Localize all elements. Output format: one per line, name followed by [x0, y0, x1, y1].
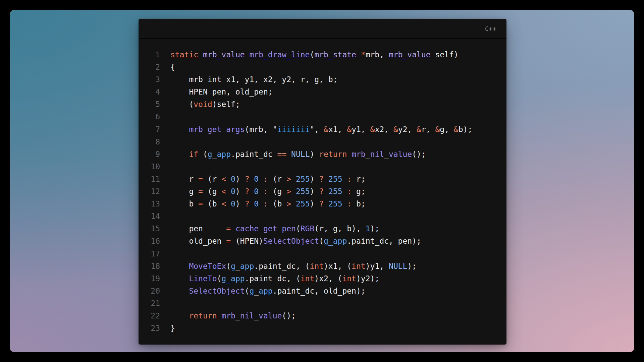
code-token: g_app	[208, 150, 231, 159]
code-token: ?	[319, 175, 324, 183]
code-token	[226, 187, 231, 196]
code-line: 3 mrb_int x1, y1, x2, y2, r, g, b;	[148, 73, 506, 86]
code-token: )	[235, 187, 245, 196]
code-token: g_app	[324, 237, 347, 245]
code-token: static	[170, 50, 198, 59]
code-token: 255	[328, 187, 342, 196]
code-line: 20 SelectObject(g_app.paint_dc, old_pen)…	[148, 285, 506, 297]
code-token: return	[319, 150, 347, 159]
code-token	[259, 175, 263, 183]
code-token: r	[170, 175, 198, 183]
code-line-content: LineTo(g_app.paint_dc, (int)x2, (int)y2)…	[170, 274, 379, 283]
code-token	[170, 262, 189, 270]
code-line: 23}	[148, 322, 506, 335]
code-token: self)	[431, 50, 459, 59]
code-token: )y1,	[366, 262, 389, 270]
code-token	[286, 150, 291, 159]
code-token: (	[310, 50, 314, 59]
code-token	[217, 311, 221, 320]
code-token: ==	[277, 150, 287, 159]
code-token: (	[245, 287, 250, 295]
code-token	[259, 199, 263, 208]
code-token: *	[361, 50, 366, 59]
code-token: .paint_dc, old_pen);	[273, 287, 366, 295]
code-token: ?	[319, 187, 324, 196]
code-token: "	[310, 125, 314, 134]
code-token	[249, 187, 254, 196]
code-token: LineTo	[189, 274, 217, 283]
code-token: mrb_int x1, y1, x2, y2, r, g, b;	[170, 75, 338, 84]
code-token: ,	[314, 125, 324, 134]
code-line-content: static mrb_value mrb_draw_line(mrb_state…	[170, 50, 459, 59]
code-line: 14	[148, 210, 506, 223]
code-token: .paint_dc	[231, 150, 277, 159]
code-token	[342, 175, 347, 183]
code-token: int	[301, 274, 315, 283]
code-line-content: b = (b < 0) ? 0 : (b > 255) ? 255 : b;	[170, 199, 366, 208]
code-token: 255	[328, 175, 342, 183]
code-token: mrb_get_args	[189, 125, 245, 134]
code-window: C++ 1static mrb_value mrb_draw_line(mrb_…	[139, 19, 506, 345]
code-line: 13 b = (b < 0) ? 0 : (b > 255) ? 255 : b…	[148, 198, 506, 210]
code-token: void	[194, 100, 212, 109]
line-number: 22	[148, 310, 160, 322]
code-token: HPEN pen, old_pen;	[170, 87, 273, 96]
line-number: 18	[148, 260, 160, 273]
line-number: 5	[148, 98, 160, 111]
code-line: 1static mrb_value mrb_draw_line(mrb_stat…	[148, 49, 506, 61]
code-token: <	[221, 199, 226, 208]
code-token: =	[226, 224, 231, 233]
code-token: )	[310, 150, 319, 159]
code-token: g	[170, 187, 198, 196]
code-token: (	[217, 274, 221, 283]
code-token: .paint_dc, (	[245, 274, 301, 283]
code-line-content: pen = cache_get_pen(RGB(r, g, b), 1);	[170, 224, 379, 233]
code-token: g_app	[221, 274, 245, 283]
code-token: g;	[352, 187, 366, 196]
code-token	[291, 187, 296, 196]
code-token: 0	[231, 199, 235, 208]
code-token: x2,	[375, 125, 393, 134]
code-line: 9 if (g_app.paint_dc == NULL) return mrb…	[148, 148, 506, 161]
code-token: =	[198, 187, 203, 196]
code-token: <	[221, 187, 226, 196]
code-line: 22 return mrb_nil_value();	[148, 310, 506, 322]
code-token: int	[310, 262, 324, 270]
code-token	[198, 50, 203, 59]
code-token: )	[310, 187, 319, 196]
code-line: 8	[148, 136, 506, 148]
code-token	[324, 175, 328, 183]
code-line-content: if (g_app.paint_dc == NULL) return mrb_n…	[170, 150, 426, 159]
code-line-content: {	[170, 63, 175, 71]
code-token: 1	[366, 224, 370, 233]
code-token	[291, 175, 296, 183]
code-token: iiiiiii	[277, 125, 310, 134]
code-line-content: MoveToEx(g_app.paint_dc, (int)x1, (int)y…	[170, 262, 417, 270]
code-token: 0	[254, 187, 259, 196]
code-token: SelectObject	[263, 237, 319, 245]
code-line: 4 HPEN pen, old_pen;	[148, 86, 506, 98]
code-token: &	[324, 125, 328, 134]
line-number: 16	[148, 235, 160, 247]
code-line-content: (void)self;	[170, 100, 240, 109]
code-line: 12 g = (g < 0) ? 0 : (g > 255) ? 255 : g…	[148, 185, 506, 198]
code-token: pen	[170, 224, 226, 233]
code-token	[347, 150, 352, 159]
code-token: )	[235, 199, 245, 208]
code-line: 10	[148, 161, 506, 173]
code-token: b	[170, 199, 198, 208]
code-token: );	[407, 262, 417, 270]
code-token: y2,	[398, 125, 417, 134]
line-number: 17	[148, 248, 160, 260]
code-token: "	[273, 125, 277, 134]
code-token: &	[347, 125, 352, 134]
code-token: >	[286, 187, 291, 196]
code-token: y1,	[352, 125, 370, 134]
code-line: 21	[148, 297, 506, 310]
code-token: mrb_draw_line	[249, 50, 310, 59]
code-token: g_app	[249, 287, 272, 295]
code-token: :	[347, 187, 352, 196]
code-token: )	[310, 175, 319, 183]
code-token: NULL	[291, 150, 310, 159]
code-token: MoveToEx	[189, 262, 226, 270]
